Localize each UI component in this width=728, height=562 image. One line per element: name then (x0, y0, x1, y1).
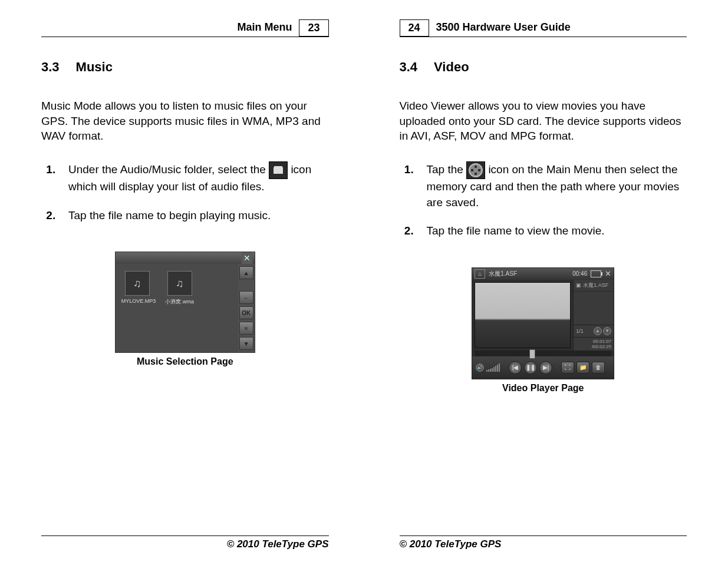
seek-knob[interactable] (529, 349, 535, 359)
video-controls: 🔊 |◀ ❚❚ ▶| ⛶ 📁 🗑 (472, 356, 614, 379)
back-button[interactable]: ← (239, 291, 253, 304)
header-title: 3500 Hardware User Guide (434, 21, 573, 34)
video-clock: 00:46 (572, 270, 587, 277)
footer: © 2010 TeleType GPS (41, 535, 329, 550)
video-topbar: ⌂ 水魔1.ASF 00:46 ✕ (472, 268, 614, 280)
video-playlist: ▣ 水魔1.ASF 1/1 ▲ ▼ 00:01:07 /00:02:25 (573, 280, 614, 351)
step-2: Tap the file name to begin playing music… (65, 208, 329, 224)
music-note-icon: ♫ (125, 271, 150, 296)
fullscreen-button[interactable]: ⛶ (561, 362, 574, 373)
pause-button[interactable]: ❚❚ (524, 361, 537, 374)
music-side-controls: ▲ ← OK ≡ ▼ (238, 264, 255, 352)
figure-music: ✕ ♫ MYLOVE.MP3 ♫ 小酒窝.wma ▲ (41, 252, 329, 367)
playlist-item[interactable]: ▣ 水魔1.ASF (574, 280, 614, 292)
ok-button[interactable]: OK (239, 306, 253, 319)
music-note-icon: ♫ (167, 271, 192, 296)
volume-icon[interactable]: 🔊 (476, 363, 484, 372)
page-right: 24 3500 Hardware User Guide 3.4 Video Vi… (364, 0, 729, 562)
step-1: Under the Audio/Music folder, select the… (65, 161, 329, 195)
section-title: Video (434, 59, 469, 75)
volume-bars[interactable] (486, 363, 500, 372)
step-1-text-a: Tap the (427, 163, 467, 176)
figure-caption: Video Player Page (502, 383, 584, 394)
music-file-label: 小酒窝.wma (164, 298, 196, 306)
header-title: Main Menu (235, 21, 294, 34)
folder-icon (269, 161, 288, 179)
section-number: 3.3 (41, 59, 60, 75)
close-icon[interactable]: ✕ (605, 269, 611, 278)
next-button[interactable]: ▶| (539, 361, 552, 374)
figure-caption: Music Selection Page (137, 356, 233, 367)
figure-video: ⌂ 水魔1.ASF 00:46 ✕ ▣ 水魔1.ASF (400, 267, 687, 394)
seek-bar[interactable] (475, 351, 611, 356)
battery-icon (591, 270, 601, 277)
video-screenshot: ⌂ 水魔1.ASF 00:46 ✕ ▣ 水魔1.ASF (472, 267, 614, 379)
file-icon: ▣ (576, 282, 581, 288)
intro-paragraph: Music Mode allows you to listen to music… (41, 98, 329, 144)
video-reel-icon (466, 161, 485, 179)
header-right: 24 3500 Hardware User Guide (400, 18, 687, 37)
delete-button[interactable]: 🗑 (592, 362, 605, 373)
intro-paragraph: Video Viewer allows you to view movies y… (400, 98, 687, 144)
step-2: Tap the file name to view the movie. (423, 223, 687, 239)
step-1-text-a: Under the Audio/Music folder, select the (68, 163, 269, 176)
music-file-item[interactable]: ♫ MYLOVE.MP3 (121, 271, 153, 345)
page-down-button[interactable]: ▼ (603, 327, 611, 335)
page-number: 23 (299, 19, 328, 37)
video-title: 水魔1.ASF (489, 270, 517, 278)
playlist-item-label: 水魔1.ASF (583, 282, 608, 289)
section-title: Music (76, 59, 113, 75)
video-canvas[interactable] (475, 282, 571, 348)
close-icon[interactable]: ✕ (242, 252, 252, 264)
section-heading: 3.4 Video (400, 59, 687, 75)
timecode: 00:01:07 /00:02:25 (574, 337, 614, 351)
scroll-down-button[interactable]: ▼ (239, 337, 253, 350)
playlist-pager: 1/1 ▲ ▼ (574, 325, 614, 337)
scroll-up-button[interactable]: ▲ (239, 266, 253, 279)
home-icon[interactable]: ⌂ (475, 269, 485, 279)
section-heading: 3.3 Music (41, 59, 329, 75)
section-number: 3.4 (400, 59, 418, 75)
steps-list: Under the Audio/Music folder, select the… (41, 161, 329, 236)
footer: © 2010 TeleType GPS (400, 535, 687, 550)
page-number: 24 (400, 19, 429, 37)
music-titlebar: ✕ (116, 252, 255, 264)
steps-list: Tap the icon on the Main Menu then selec… (400, 161, 687, 252)
prev-button[interactable]: |◀ (509, 361, 522, 374)
page-left: Main Menu 23 3.3 Music Music Mode allows… (0, 0, 364, 562)
open-folder-button[interactable]: 📁 (577, 362, 589, 373)
header-left: Main Menu 23 (41, 18, 329, 37)
page-indicator: 1/1 (576, 328, 584, 334)
music-file-item[interactable]: ♫ 小酒窝.wma (164, 271, 196, 345)
music-screenshot: ✕ ♫ MYLOVE.MP3 ♫ 小酒窝.wma ▲ (115, 252, 255, 353)
step-1: Tap the icon on the Main Menu then selec… (423, 161, 687, 210)
music-file-grid: ♫ MYLOVE.MP3 ♫ 小酒窝.wma (116, 264, 238, 352)
list-button[interactable]: ≡ (239, 322, 253, 335)
music-file-label: MYLOVE.MP3 (121, 298, 153, 304)
page-up-button[interactable]: ▲ (594, 327, 602, 335)
